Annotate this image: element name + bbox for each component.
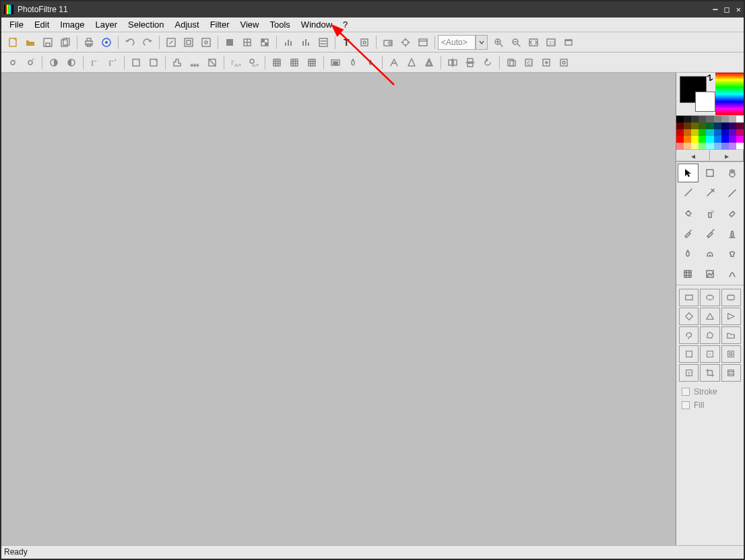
sat-plus-button[interactable]: + xyxy=(145,55,162,71)
swatch[interactable] xyxy=(714,129,721,136)
swatch[interactable] xyxy=(699,129,706,136)
menu-view[interactable]: View xyxy=(235,18,265,32)
contrast-minus-button[interactable] xyxy=(46,55,62,71)
blur-tool[interactable] xyxy=(678,244,699,263)
swatch[interactable] xyxy=(684,136,691,143)
brightness-minus-button[interactable]: - xyxy=(5,55,21,71)
grayscale-button[interactable] xyxy=(204,55,220,71)
swatch[interactable] xyxy=(699,143,706,149)
transparency-button[interactable] xyxy=(257,34,273,50)
wand-tool[interactable] xyxy=(700,184,721,203)
clone-tool[interactable] xyxy=(721,244,742,263)
shape-folder[interactable] xyxy=(721,326,741,344)
swatch[interactable] xyxy=(706,129,713,136)
swatch[interactable] xyxy=(714,123,721,129)
color-picker[interactable] xyxy=(676,73,715,115)
auto-levels-button[interactable] xyxy=(280,34,296,50)
copyright-button[interactable]: © xyxy=(521,55,537,71)
color-swatches[interactable] xyxy=(676,116,744,150)
swatch[interactable] xyxy=(729,129,736,136)
swatch[interactable] xyxy=(729,116,736,123)
swatch[interactable] xyxy=(676,129,684,136)
explorer-button[interactable] xyxy=(380,34,396,50)
swatch[interactable] xyxy=(706,123,713,129)
retouch-tool[interactable] xyxy=(721,265,742,283)
swatch[interactable] xyxy=(676,116,684,123)
fill-tool[interactable] xyxy=(678,204,699,223)
swap-colors-button[interactable] xyxy=(706,74,714,83)
minimize-button[interactable]: — xyxy=(713,5,717,14)
indexed-button[interactable] xyxy=(239,34,255,50)
shape-rect[interactable] xyxy=(679,289,699,306)
swatch-next-button[interactable]: ▸ xyxy=(710,150,744,162)
shape-marq3[interactable] xyxy=(721,345,741,363)
deform-tool[interactable] xyxy=(678,265,699,283)
swatch[interactable] xyxy=(736,129,744,136)
swatch[interactable] xyxy=(676,123,684,129)
drop-button[interactable] xyxy=(345,55,361,71)
pipette-tool[interactable] xyxy=(678,184,699,203)
soften-button[interactable] xyxy=(286,55,302,71)
smudge-tool[interactable] xyxy=(700,244,721,263)
art-tool[interactable] xyxy=(700,265,721,283)
save-button[interactable] xyxy=(40,34,56,50)
swatch[interactable] xyxy=(699,123,706,129)
swatch[interactable] xyxy=(721,116,729,123)
brush-tool[interactable] xyxy=(678,224,699,243)
menu-filter[interactable]: Filter xyxy=(205,18,235,32)
stroke-checkbox[interactable] xyxy=(682,388,690,396)
shape-triangle-r[interactable] xyxy=(721,308,741,325)
swatch[interactable] xyxy=(684,116,691,123)
contrast-auto-button[interactable]: AUTO xyxy=(245,55,261,71)
brightness-plus-button[interactable]: + xyxy=(22,55,38,71)
close-button[interactable]: ✕ xyxy=(736,5,741,14)
swatch[interactable] xyxy=(714,136,721,143)
swatch[interactable] xyxy=(706,143,713,149)
swatch[interactable] xyxy=(699,116,706,123)
export-button[interactable] xyxy=(538,55,554,71)
twain-button[interactable] xyxy=(98,34,115,50)
stamp-tool[interactable] xyxy=(721,224,742,243)
outline-button[interactable] xyxy=(403,55,420,71)
blur-button[interactable] xyxy=(304,55,320,71)
adv-brush-tool[interactable] xyxy=(700,224,721,243)
levels-button[interactable] xyxy=(187,55,203,71)
dust-button[interactable] xyxy=(269,55,285,71)
swatch[interactable] xyxy=(714,143,721,149)
swatch[interactable] xyxy=(684,123,691,129)
swatch[interactable] xyxy=(706,136,713,143)
selection-tool[interactable] xyxy=(700,164,721,182)
swatch[interactable] xyxy=(736,123,744,129)
shape-marq4[interactable]: T xyxy=(679,364,699,382)
export-icon-button[interactable] xyxy=(556,55,572,71)
canvassize-button[interactable] xyxy=(181,34,197,50)
maximize-button[interactable]: □ xyxy=(725,5,730,14)
gamma-auto-button[interactable]: ΓAUTO xyxy=(228,55,244,71)
fullscreen-button[interactable] xyxy=(560,34,577,50)
swatch[interactable] xyxy=(691,129,699,136)
outline2-button[interactable] xyxy=(421,55,437,71)
swatch[interactable] xyxy=(729,143,736,149)
zoom-select[interactable]: <Auto> xyxy=(438,35,476,50)
swatch[interactable] xyxy=(721,143,729,149)
menu-selection[interactable]: Selection xyxy=(123,18,169,32)
histogram-button[interactable] xyxy=(169,55,185,71)
contrast-plus-button[interactable] xyxy=(63,55,79,71)
shape-ellipse[interactable] xyxy=(700,289,719,306)
print-button[interactable] xyxy=(81,34,97,50)
eraser-tool[interactable] xyxy=(721,204,742,223)
details-button[interactable] xyxy=(315,34,331,50)
shape-crop[interactable] xyxy=(700,364,719,382)
shape-roundrect[interactable] xyxy=(721,289,741,306)
antialias-button[interactable] xyxy=(386,55,402,71)
spray-tool[interactable] xyxy=(700,204,721,223)
flip-v-button[interactable] xyxy=(462,55,478,71)
preferences-button[interactable] xyxy=(415,34,431,50)
swatch-prev-button[interactable]: ◂ xyxy=(676,150,710,162)
fill-checkbox[interactable] xyxy=(682,401,690,409)
line-tool[interactable] xyxy=(721,184,742,203)
auto-contrast-button[interactable] xyxy=(298,34,314,50)
transparent-color-button[interactable] xyxy=(356,34,372,50)
fit-image-button[interactable] xyxy=(198,34,214,50)
stroke-option[interactable]: Stroke xyxy=(676,387,744,396)
